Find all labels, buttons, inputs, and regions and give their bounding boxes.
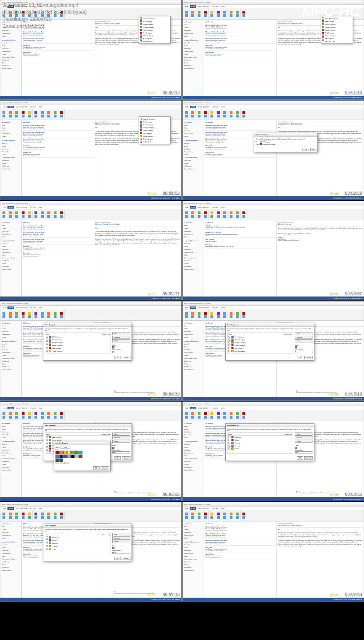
- status-bar: CONNECTED TO: MICROSOFT EXCHANGE: [183, 96, 364, 99]
- ribbon-tabs[interactable]: FILEHOMESEND / RECEIVEFOLDERVIEW: [183, 205, 364, 209]
- ribbon-toolbar[interactable]: [183, 309, 364, 321]
- status-bar: CONNECTED TO: MICROSOFT EXCHANGE: [183, 497, 364, 501]
- ribbon-tabs[interactable]: FILEHOMESEND / RECEIVEFOLDERVIEW: [0, 105, 181, 109]
- ribbon-toolbar[interactable]: [183, 109, 364, 120]
- window-titlebar: Inbox - gpoet@landonhotel.com - Outlook: [183, 301, 364, 306]
- video-timestamp: 00:04:36: [162, 391, 179, 396]
- navigation-pane[interactable]: ▲ FavoritesInboxClutterSent ItemsDeleted…: [0, 120, 22, 196]
- message-list[interactable]: All UnreadMicrosoft Online Services Team…: [204, 521, 277, 598]
- message-list[interactable]: All UnreadMicrosoft Online Services Team…: [22, 120, 94, 196]
- lynda-watermark: lynda: [148, 91, 156, 95]
- video-thumbnail: Inbox - gpoet@landonhotel.com - Outlook …: [0, 502, 182, 602]
- ribbon-tabs[interactable]: FILEHOMESEND / RECEIVEFOLDERVIEW: [0, 306, 181, 309]
- status-bar: CONNECTED TO: MICROSOFT EXCHANGE: [0, 96, 181, 99]
- window-titlebar: Inbox - gpoet@landonhotel.com - Outlook: [0, 101, 181, 105]
- status-bar: CONNECTED TO: MICROSOFT EXCHANGE: [0, 397, 181, 400]
- message-list[interactable]: All UnreadMicrosoft Online Services Team…: [204, 120, 277, 196]
- video-thumbnail: Inbox - gpoet@landonhotel.com - Outlook …: [0, 301, 182, 401]
- status-bar: CONNECTED TO: MICROSOFT EXCHANGE: [0, 497, 181, 501]
- message-list[interactable]: All UnreadMicrosoft Online Services Team…: [22, 20, 94, 96]
- window-titlebar: Inbox - gpoet@landonhotel.com - Outlook: [183, 402, 364, 406]
- player-watermark: MPC-HC: [302, 3, 360, 20]
- lynda-watermark: lynda: [330, 392, 339, 396]
- lynda-watermark: lynda: [330, 593, 339, 597]
- navigation-pane[interactable]: ▲ FavoritesInboxClutterSent ItemsDeleted…: [0, 421, 22, 497]
- video-timestamp: 00:05:16: [344, 391, 362, 396]
- status-bar: CONNECTED TO: MICROSOFT EXCHANGE: [183, 397, 364, 400]
- navigation-pane[interactable]: ▲ FavoritesInboxClutterSent ItemsDeleted…: [183, 321, 204, 397]
- reading-pane: Reply Reply All ForwardEffective Trainin…: [277, 220, 364, 297]
- lynda-watermark: lynda: [148, 192, 156, 195]
- ribbon-toolbar[interactable]: [0, 309, 181, 321]
- window-titlebar: Inbox - gpoet@landonhotel.com - Outlook: [0, 201, 181, 205]
- status-bar: CONNECTED TO: MICROSOFT EXCHANGE: [0, 196, 181, 200]
- window-titlebar: Inbox - gpoet@landonhotel.com - Outlook: [183, 502, 364, 507]
- ribbon-toolbar[interactable]: [0, 410, 181, 421]
- ribbon-toolbar[interactable]: [183, 510, 364, 521]
- video-timestamp: 00:07:54: [344, 592, 362, 597]
- message-list[interactable]: All UnreadMicrosoft Online Services Team…: [22, 220, 94, 297]
- ribbon-tabs[interactable]: FILEHOMESEND / RECEIVEFOLDERVIEW: [183, 507, 364, 510]
- lynda-watermark: lynda: [330, 91, 339, 95]
- navigation-pane[interactable]: ▲ FavoritesInboxClutterSent ItemsDeleted…: [183, 521, 204, 598]
- video-timestamp: 00:03:17: [162, 291, 179, 296]
- video-thumbnail: Inbox - gpoet@landonhotel.com - Outlook …: [0, 201, 182, 300]
- lynda-watermark: lynda: [148, 392, 156, 396]
- navigation-pane[interactable]: ▲ FavoritesInboxClutterSent ItemsDeleted…: [0, 220, 22, 297]
- navigation-pane[interactable]: ▲ FavoritesInboxClutterSent ItemsDeleted…: [0, 321, 22, 397]
- video-timestamp: 00:00:39: [162, 90, 179, 95]
- window-titlebar: Inbox - gpoet@landonhotel.com - Outlook: [0, 502, 181, 507]
- ribbon-tabs[interactable]: FILEHOMESEND / RECEIVEFOLDERVIEW: [183, 406, 364, 410]
- file-info-overlay: File Name: 03_06-categories.mp4 File Siz…: [3, 1, 86, 29]
- video-thumbnail: Inbox - gpoet@landonhotel.com - Outlook …: [182, 301, 364, 401]
- video-thumbnail: Inbox - gpoet@landonhotel.com - Outlook …: [0, 100, 182, 200]
- message-list[interactable]: All UnreadMicrosoft Online Services Team…: [204, 20, 277, 96]
- video-thumbnail: Inbox - gpoet@landonhotel.com - Outlook …: [182, 402, 364, 501]
- video-thumbnail: Inbox - gpoet@landonhotel.com - Outlook …: [182, 502, 364, 602]
- video-thumbnail: Inbox - gpoet@landonhotel.com - Outlook …: [182, 100, 364, 200]
- navigation-pane[interactable]: ▲ FavoritesInboxClutterSent ItemsDeleted…: [183, 20, 204, 96]
- video-timestamp: 00:02:38: [344, 190, 362, 195]
- reading-pane: Reply Reply All ForwardMicrosoft Online …: [94, 220, 181, 297]
- lynda-watermark: lynda: [148, 593, 156, 597]
- video-timestamp: 00:05:55: [162, 492, 179, 497]
- reading-pane: Reply Reply All ForwardMicrosoft Online …: [277, 120, 364, 196]
- ribbon-tabs[interactable]: FILEHOMESEND / RECEIVEFOLDERVIEW: [183, 105, 364, 109]
- lynda-watermark: lynda: [148, 493, 156, 497]
- lynda-watermark: lynda: [330, 493, 339, 497]
- video-timestamp: 00:03:57: [344, 291, 362, 296]
- video-timestamp: 00:07:14: [162, 592, 179, 597]
- status-bar: CONNECTED TO: MICROSOFT EXCHANGE: [183, 196, 364, 200]
- navigation-pane[interactable]: ▲ FavoritesInboxClutterSent ItemsDeleted…: [183, 220, 204, 297]
- ribbon-toolbar[interactable]: [0, 510, 181, 521]
- status-bar: CONNECTED TO: MICROSOFT EXCHANGE: [0, 598, 181, 601]
- reading-pane: Reply Reply All ForwardMicrosoft Online …: [277, 521, 364, 598]
- status-bar: CONNECTED TO: MICROSOFT EXCHANGE: [183, 598, 364, 601]
- lynda-watermark: lynda: [148, 292, 156, 296]
- navigation-pane[interactable]: ▲ FavoritesInboxClutterSent ItemsDeleted…: [0, 521, 22, 598]
- ribbon-tabs[interactable]: FILEHOMESEND / RECEIVEFOLDERVIEW: [183, 306, 364, 309]
- ribbon-toolbar[interactable]: [183, 209, 364, 220]
- thumbnail-grid: Inbox - gpoet@landonhotel.com - Outlook …: [0, 0, 364, 602]
- video-timestamp: 00:01:58: [162, 190, 179, 195]
- ribbon-toolbar[interactable]: [183, 410, 364, 421]
- video-thumbnail: Inbox - gpoet@landonhotel.com - Outlook …: [0, 402, 182, 501]
- lynda-watermark: lynda: [330, 192, 339, 195]
- window-titlebar: Inbox - gpoet@landonhotel.com - Outlook: [183, 201, 364, 205]
- status-bar: CONNECTED TO: MICROSOFT EXCHANGE: [183, 297, 364, 300]
- navigation-pane[interactable]: ▲ FavoritesInboxClutterSent ItemsDeleted…: [183, 421, 204, 497]
- navigation-pane[interactable]: ▲ FavoritesInboxClutterSent ItemsDeleted…: [183, 120, 204, 196]
- video-timestamp: 00:01:18: [344, 90, 362, 95]
- ribbon-tabs[interactable]: FILEHOMESEND / RECEIVEFOLDERVIEW: [0, 507, 181, 510]
- video-timestamp: 00:06:35: [344, 492, 362, 497]
- lynda-watermark: lynda: [330, 292, 339, 296]
- window-titlebar: Inbox - gpoet@landonhotel.com - Outlook: [0, 301, 181, 306]
- window-titlebar: Inbox - gpoet@landonhotel.com - Outlook: [0, 402, 181, 406]
- ribbon-toolbar[interactable]: [0, 209, 181, 220]
- video-thumbnail: Inbox - gpoet@landonhotel.com - Outlook …: [182, 201, 364, 300]
- ribbon-tabs[interactable]: FILEHOMESEND / RECEIVEFOLDERVIEW: [0, 205, 181, 209]
- status-bar: CONNECTED TO: MICROSOFT EXCHANGE: [0, 297, 181, 300]
- navigation-pane[interactable]: ▲ FavoritesInboxClutterSent ItemsDeleted…: [0, 20, 22, 96]
- message-list[interactable]: All UnreadSally Kerner on YammerSally Ke…: [204, 220, 277, 297]
- ribbon-tabs[interactable]: FILEHOMESEND / RECEIVEFOLDERVIEW: [0, 406, 181, 410]
